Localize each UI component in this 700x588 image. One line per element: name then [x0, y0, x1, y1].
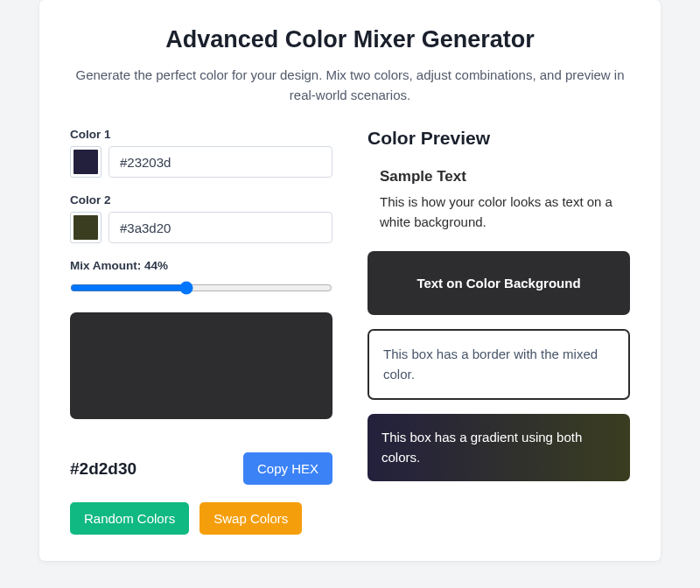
page-subtitle: Generate the perfect color for your desi… — [70, 66, 630, 105]
color1-swatch[interactable] — [70, 146, 102, 178]
color2-swatch-inner — [74, 215, 98, 240]
copy-hex-button[interactable]: Copy HEX — [243, 452, 332, 485]
sample-text-header: Sample Text — [380, 168, 630, 186]
color2-label: Color 2 — [70, 193, 332, 206]
border-preview-box: This box has a border with the mixed col… — [368, 329, 630, 400]
color2-swatch[interactable] — [70, 212, 102, 243]
color1-label: Color 1 — [70, 128, 332, 141]
action-buttons: Random Colors Swap Colors — [70, 502, 332, 535]
hex-row: #2d2d30 Copy HEX — [70, 452, 332, 485]
preview-title: Color Preview — [368, 128, 630, 149]
random-colors-button[interactable]: Random Colors — [70, 502, 189, 535]
sample-text-paragraph: This is how your color looks as text on … — [380, 192, 630, 232]
result-color-box — [70, 312, 332, 419]
swap-colors-button[interactable]: Swap Colors — [200, 502, 302, 535]
mix-amount-slider[interactable] — [70, 281, 332, 295]
gradient-preview-text: This box has a gradient using both color… — [382, 430, 582, 465]
page-title: Advanced Color Mixer Generator — [70, 26, 630, 53]
main-columns: Color 1 Color 2 Mix Amount: 44% #2d2d30 … — [70, 128, 630, 535]
result-hex: #2d2d30 — [70, 459, 136, 479]
color1-input[interactable] — [108, 146, 332, 178]
color1-row — [70, 146, 332, 178]
border-preview-text: This box has a border with the mixed col… — [383, 346, 598, 382]
color2-input[interactable] — [108, 212, 332, 243]
controls-column: Color 1 Color 2 Mix Amount: 44% #2d2d30 … — [70, 128, 332, 535]
app-card: Advanced Color Mixer Generator Generate … — [39, 0, 661, 561]
mix-amount-label: Mix Amount: 44% — [70, 259, 332, 272]
text-on-color-box: Text on Color Background — [368, 251, 630, 315]
color1-swatch-inner — [74, 150, 98, 174]
color2-row — [70, 212, 332, 243]
text-on-color-label: Text on Color Background — [416, 276, 580, 290]
preview-column: Color Preview Sample Text This is how yo… — [368, 128, 630, 535]
gradient-preview-box: This box has a gradient using both color… — [368, 414, 630, 481]
